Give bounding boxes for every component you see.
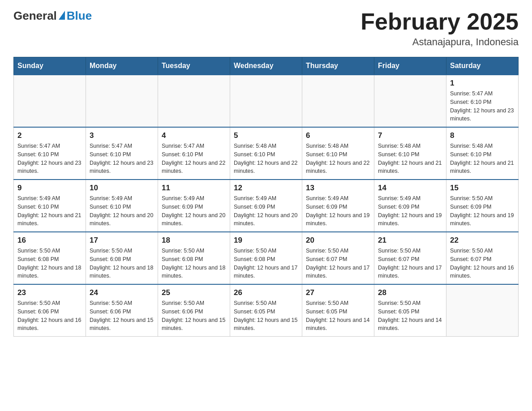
day-number: 19 (234, 236, 298, 245)
day-number: 9 (17, 184, 82, 193)
calendar-cell: 25Sunrise: 5:50 AMSunset: 6:06 PMDayligh… (158, 284, 230, 337)
day-number: 7 (378, 131, 442, 140)
calendar-cell (158, 75, 230, 127)
day-number: 21 (378, 236, 442, 245)
calendar-cell: 11Sunrise: 5:49 AMSunset: 6:09 PMDayligh… (158, 180, 230, 232)
weekday-header-row: SundayMondayTuesdayWednesdayThursdayFrid… (14, 57, 519, 75)
weekday-header-thursday: Thursday (302, 57, 374, 75)
calendar-cell: 8Sunrise: 5:48 AMSunset: 6:10 PMDaylight… (446, 127, 519, 180)
day-info: Sunrise: 5:49 AMSunset: 6:09 PMDaylight:… (378, 194, 442, 228)
day-info: Sunrise: 5:50 AMSunset: 6:06 PMDaylight:… (17, 299, 82, 333)
day-number: 20 (306, 236, 370, 245)
day-info: Sunrise: 5:47 AMSunset: 6:10 PMDaylight:… (90, 142, 154, 176)
day-number: 18 (162, 236, 226, 245)
day-number: 11 (162, 184, 226, 193)
logo-text-blue: Blue (67, 9, 92, 23)
day-info: Sunrise: 5:50 AMSunset: 6:08 PMDaylight:… (90, 247, 154, 280)
logo-text-general: General (13, 9, 57, 23)
calendar-cell: 9Sunrise: 5:49 AMSunset: 6:10 PMDaylight… (14, 180, 86, 232)
calendar-cell (446, 284, 519, 337)
logo: General Blue (13, 9, 92, 23)
week-row-3: 9Sunrise: 5:49 AMSunset: 6:10 PMDaylight… (14, 180, 519, 232)
day-info: Sunrise: 5:49 AMSunset: 6:09 PMDaylight:… (306, 194, 370, 228)
calendar-cell: 4Sunrise: 5:47 AMSunset: 6:10 PMDaylight… (158, 127, 230, 180)
day-number: 14 (378, 184, 442, 193)
week-row-2: 2Sunrise: 5:47 AMSunset: 6:10 PMDaylight… (14, 127, 519, 180)
day-info: Sunrise: 5:49 AMSunset: 6:10 PMDaylight:… (90, 194, 154, 228)
day-info: Sunrise: 5:50 AMSunset: 6:05 PMDaylight:… (378, 299, 442, 333)
day-info: Sunrise: 5:50 AMSunset: 6:06 PMDaylight:… (162, 299, 226, 333)
day-info: Sunrise: 5:50 AMSunset: 6:07 PMDaylight:… (378, 247, 442, 280)
calendar-cell (14, 75, 86, 127)
day-number: 26 (234, 288, 298, 297)
day-number: 4 (162, 131, 226, 140)
calendar-cell: 26Sunrise: 5:50 AMSunset: 6:05 PMDayligh… (230, 284, 302, 337)
calendar-cell: 27Sunrise: 5:50 AMSunset: 6:05 PMDayligh… (302, 284, 374, 337)
day-number: 3 (90, 131, 154, 140)
day-info: Sunrise: 5:50 AMSunset: 6:08 PMDaylight:… (234, 247, 298, 280)
calendar-cell: 24Sunrise: 5:50 AMSunset: 6:06 PMDayligh… (86, 284, 158, 337)
day-info: Sunrise: 5:49 AMSunset: 6:09 PMDaylight:… (162, 194, 226, 228)
day-number: 8 (450, 131, 515, 140)
day-info: Sunrise: 5:48 AMSunset: 6:10 PMDaylight:… (378, 142, 442, 176)
day-number: 25 (162, 288, 226, 297)
weekday-header-tuesday: Tuesday (158, 57, 230, 75)
day-number: 5 (234, 131, 298, 140)
calendar-cell: 3Sunrise: 5:47 AMSunset: 6:10 PMDaylight… (86, 127, 158, 180)
calendar-cell (374, 75, 446, 127)
calendar-cell: 15Sunrise: 5:50 AMSunset: 6:09 PMDayligh… (446, 180, 519, 232)
calendar-cell: 21Sunrise: 5:50 AMSunset: 6:07 PMDayligh… (374, 232, 446, 284)
day-info: Sunrise: 5:48 AMSunset: 6:10 PMDaylight:… (450, 142, 515, 176)
title-area: February 2025 Astanajapura, Indonesia (360, 9, 519, 48)
calendar-table: SundayMondayTuesdayWednesdayThursdayFrid… (13, 57, 519, 337)
week-row-5: 23Sunrise: 5:50 AMSunset: 6:06 PMDayligh… (14, 284, 519, 337)
day-number: 12 (234, 184, 298, 193)
day-info: Sunrise: 5:49 AMSunset: 6:10 PMDaylight:… (17, 194, 82, 228)
calendar-cell: 12Sunrise: 5:49 AMSunset: 6:09 PMDayligh… (230, 180, 302, 232)
day-info: Sunrise: 5:50 AMSunset: 6:08 PMDaylight:… (17, 247, 82, 280)
logo-triangle-icon (59, 11, 65, 20)
calendar-cell: 16Sunrise: 5:50 AMSunset: 6:08 PMDayligh… (14, 232, 86, 284)
calendar-cell: 22Sunrise: 5:50 AMSunset: 6:07 PMDayligh… (446, 232, 519, 284)
day-info: Sunrise: 5:48 AMSunset: 6:10 PMDaylight:… (306, 142, 370, 176)
calendar-cell: 5Sunrise: 5:48 AMSunset: 6:10 PMDaylight… (230, 127, 302, 180)
weekday-header-monday: Monday (86, 57, 158, 75)
day-number: 13 (306, 184, 370, 193)
calendar-cell (230, 75, 302, 127)
day-info: Sunrise: 5:48 AMSunset: 6:10 PMDaylight:… (234, 142, 298, 176)
calendar-cell: 7Sunrise: 5:48 AMSunset: 6:10 PMDaylight… (374, 127, 446, 180)
calendar-cell: 28Sunrise: 5:50 AMSunset: 6:05 PMDayligh… (374, 284, 446, 337)
calendar-cell: 19Sunrise: 5:50 AMSunset: 6:08 PMDayligh… (230, 232, 302, 284)
day-info: Sunrise: 5:50 AMSunset: 6:07 PMDaylight:… (306, 247, 370, 280)
day-info: Sunrise: 5:50 AMSunset: 6:08 PMDaylight:… (162, 247, 226, 280)
day-info: Sunrise: 5:50 AMSunset: 6:07 PMDaylight:… (450, 247, 515, 280)
calendar-cell (302, 75, 374, 127)
calendar-cell: 2Sunrise: 5:47 AMSunset: 6:10 PMDaylight… (14, 127, 86, 180)
calendar-cell: 23Sunrise: 5:50 AMSunset: 6:06 PMDayligh… (14, 284, 86, 337)
day-info: Sunrise: 5:50 AMSunset: 6:05 PMDaylight:… (234, 299, 298, 333)
calendar-cell: 18Sunrise: 5:50 AMSunset: 6:08 PMDayligh… (158, 232, 230, 284)
day-number: 17 (90, 236, 154, 245)
day-number: 22 (450, 236, 515, 245)
day-info: Sunrise: 5:47 AMSunset: 6:10 PMDaylight:… (162, 142, 226, 176)
day-info: Sunrise: 5:50 AMSunset: 6:09 PMDaylight:… (450, 194, 515, 228)
day-number: 10 (90, 184, 154, 193)
weekday-header-friday: Friday (374, 57, 446, 75)
calendar-cell: 20Sunrise: 5:50 AMSunset: 6:07 PMDayligh… (302, 232, 374, 284)
day-number: 16 (17, 236, 82, 245)
day-number: 24 (90, 288, 154, 297)
calendar-cell: 10Sunrise: 5:49 AMSunset: 6:10 PMDayligh… (86, 180, 158, 232)
weekday-header-wednesday: Wednesday (230, 57, 302, 75)
day-number: 27 (306, 288, 370, 297)
week-row-1: 1Sunrise: 5:47 AMSunset: 6:10 PMDaylight… (14, 75, 519, 127)
calendar-subtitle: Astanajapura, Indonesia (360, 36, 519, 48)
calendar-cell: 1Sunrise: 5:47 AMSunset: 6:10 PMDaylight… (446, 75, 519, 127)
day-info: Sunrise: 5:50 AMSunset: 6:06 PMDaylight:… (90, 299, 154, 333)
weekday-header-saturday: Saturday (446, 57, 519, 75)
calendar-cell (86, 75, 158, 127)
day-number: 2 (17, 131, 82, 140)
week-row-4: 16Sunrise: 5:50 AMSunset: 6:08 PMDayligh… (14, 232, 519, 284)
day-number: 6 (306, 131, 370, 140)
day-info: Sunrise: 5:49 AMSunset: 6:09 PMDaylight:… (234, 194, 298, 228)
day-info: Sunrise: 5:47 AMSunset: 6:10 PMDaylight:… (450, 90, 515, 123)
